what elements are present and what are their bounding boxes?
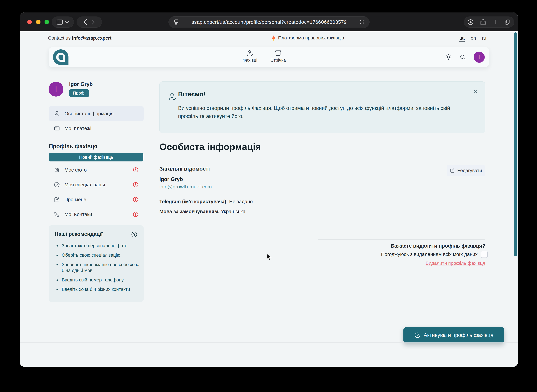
recommendations-list: Завантажте персональне фото Оберіть свою… [60,243,138,293]
address-bar[interactable]: asap.expert/ua/account/profile/personal?… [169,16,370,28]
contact-email-link[interactable]: info@asap.expert [72,35,112,41]
person-check-icon [168,92,177,101]
share-icon[interactable] [480,19,486,25]
warning-icon [132,167,139,173]
sidebar-item-label: Мої Контаки [64,212,92,217]
welcome-text: Ви успішно створили профіль Фахівця. Щоб… [178,104,462,120]
sidebar-toggle-group [52,17,74,28]
lang-en[interactable]: en [471,35,476,42]
warning-icon [132,196,139,203]
feed-box-icon [275,50,282,57]
new-tab-icon[interactable] [492,19,498,25]
sidebar-item-specialization[interactable]: Моя спеціалізація [49,177,144,192]
nav-divider [89,19,90,25]
recommendation-item: Оберіть свою спеціалізацію [60,252,138,258]
sidebar-item-about-me[interactable]: Про мене [49,192,144,207]
close-icon[interactable] [472,88,478,94]
recommendation-item: Введіть свій номер телефону [60,277,138,283]
telegram-label: Telegram (ім'я користувача): [159,199,228,204]
warning-icon [132,211,139,217]
delete-consent-row: Погоджуюсь з видаленням всіх моїх даних [381,251,488,258]
toolbar-actions-group [464,17,514,28]
recommendation-item: Завантажте персональне фото [60,243,138,249]
sidebar-section-title: Профіль фахівця [49,143,97,150]
lang-ru[interactable]: ru [482,35,486,42]
nav-item-feed[interactable]: Стрічка [270,50,286,63]
sidebar-toggle-icon[interactable] [57,19,63,25]
search-icon[interactable] [459,54,466,61]
edit-button[interactable]: Редагувати [447,165,485,176]
sidebar-user-name: Igor Gryb [69,81,93,87]
welcome-title: Вітаємо! [178,91,205,98]
close-window-button[interactable] [27,20,32,24]
sidebar-item-my-photo[interactable]: Моє фото [49,163,144,177]
platform-tagline: Платформа правових фіхівців [271,35,344,41]
warning-icon [132,182,139,188]
reader-view-icon[interactable] [174,19,179,25]
telegram-value: Не задано [229,199,253,204]
language-switcher: ua en ru [459,35,486,42]
tagline-text: Платформа правових фіхівців [278,35,344,41]
back-button[interactable] [84,19,87,25]
user-avatar[interactable]: I [474,51,485,63]
edit-icon [54,196,60,203]
phone-icon [54,211,60,218]
new-specialist-banner: Новий фахівець [49,153,143,161]
language-value: Українська [221,209,245,214]
asap-logo[interactable] [53,49,68,65]
recommendation-item: Введіть хоча б 4 різних контакти [60,286,138,292]
zoom-window-button[interactable] [45,20,49,24]
flame-icon [271,35,276,41]
sidebar-item-personal-info[interactable]: Особиста інформація [49,106,144,121]
profile-name: Igor Gryb [159,176,183,182]
delete-section-divider [318,239,485,240]
status-badge: Профі [69,89,89,97]
sidebar-item-label: Моє фото [64,167,87,173]
sidebar-user: Igor Gryb Профі [69,81,93,97]
sidebar-item-my-contacts[interactable]: Мої Контаки [49,207,144,222]
edit-icon [450,168,455,173]
history-nav-group [77,17,102,28]
nav-item-specialists[interactable]: Фахівці [243,50,257,63]
sidebar-item-label: Особиста інформація [64,111,113,117]
sidebar-avatar: I [49,82,63,97]
delete-profile-link[interactable]: Видалити профіль фахівця [425,261,485,266]
edit-button-label: Редагувати [457,168,482,173]
main-nav: Фахівці Стрічка [243,50,286,63]
profile-email-link[interactable]: info@growth-meet.com [159,184,212,190]
site-header: Фахівці Стрічка [49,47,489,67]
sidebar-item-label: Про мене [64,197,86,202]
recommendations-card: Наші рекомендації Завантажте персональне… [49,225,144,302]
mouse-cursor [266,253,272,261]
delete-question: Бажаєте видалити профіль фахівця? [391,243,485,249]
recommendation-item: Заповніть інформацію про себе хоча б на … [60,262,141,274]
nav-label: Фахівці [243,58,257,63]
utility-bar: Contact us info@asap.expert Платформа пр… [20,31,518,46]
delete-consent-label: Погоджуюсь з видаленням всіх моїх даних [381,252,478,257]
delete-consent-checkbox[interactable] [481,251,488,258]
general-section-title: Загальні відомості [159,166,210,172]
activate-profile-button[interactable]: Активувати профіль фахівця [403,327,504,343]
card-icon [54,125,60,132]
page-scrollbar[interactable] [514,32,517,256]
default-language-row: Мова за замовчуванням: Українська [159,209,245,214]
chevron-down-icon[interactable] [65,21,69,23]
telegram-row: Telegram (ім'я користувача): Не задано [159,199,253,205]
contact-label: Contact us [48,35,71,41]
footer-divider [20,342,518,343]
downloads-icon[interactable] [467,19,474,25]
welcome-banner: Вітаємо! Ви успішно створили профіль Фах… [159,81,485,133]
browser-titlebar: asap.expert/ua/account/profile/personal?… [20,13,518,31]
tab-overview-icon[interactable] [504,19,511,25]
sidebar-item-payments[interactable]: Мої платежі [49,121,144,136]
reload-icon[interactable] [359,19,365,25]
language-label: Мова за замовчуванням: [159,209,220,214]
check-circle-icon [414,332,421,338]
help-icon[interactable] [131,231,138,238]
lang-ua[interactable]: ua [459,35,465,42]
forward-button[interactable] [91,19,95,25]
minimize-window-button[interactable] [36,20,41,24]
url-text[interactable]: asap.expert/ua/account/profile/personal?… [179,19,359,25]
recommendations-title: Наші рекомендації [55,231,103,237]
theme-toggle-sun-icon[interactable] [445,54,452,61]
